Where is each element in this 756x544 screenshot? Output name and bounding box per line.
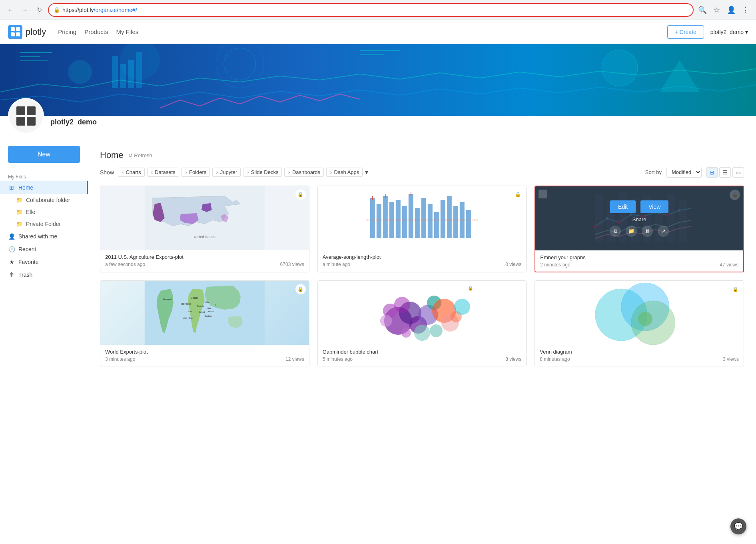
create-button[interactable]: + Create — [667, 25, 704, 39]
svg-rect-21 — [383, 196, 387, 238]
logo-icon — [8, 25, 22, 39]
forward-button[interactable]: → — [19, 4, 30, 16]
remove-jupyter-icon[interactable]: × — [216, 170, 218, 175]
filter-dashboards[interactable]: × Dashboards — [284, 168, 324, 177]
sidebar-collaborate-label: Collaborate folder — [26, 197, 70, 203]
svg-text:Mali Niger: Mali Niger — [183, 317, 193, 319]
card-meta-4: 3 minutes ago 12 views — [105, 356, 304, 362]
sidebar-favorite-label: Favorite — [18, 259, 39, 265]
remove-dashboards-icon[interactable]: × — [288, 170, 290, 175]
remove-slidedecks-icon[interactable]: × — [247, 170, 249, 175]
logo-grid — [9, 25, 22, 38]
back-button[interactable]: ← — [5, 4, 16, 16]
search-icon[interactable]: 🔍 — [697, 4, 708, 16]
svg-text:Iraq: Iraq — [207, 307, 211, 309]
card-thumb-bubble: 🔒 — [318, 281, 527, 345]
card-world-map[interactable]: Spain Morocco Tunisia Italy Iraq Ir Liby… — [100, 280, 309, 366]
avatar-sq-2 — [27, 106, 36, 115]
card-time-2: a minute ago — [323, 262, 350, 267]
lock-icon-4: 🔒 — [295, 284, 306, 294]
nav-myfiles[interactable]: My Files — [116, 28, 138, 35]
sidebar-item-recent[interactable]: 🕐 Recent — [0, 243, 88, 256]
card-info-6: Venn diagram 8 minutes ago 3 views — [535, 345, 744, 366]
edit-button[interactable]: Edit — [610, 200, 636, 213]
view-button[interactable]: View — [640, 200, 668, 213]
svg-text:Morocco: Morocco — [181, 302, 191, 305]
filter-dashapps[interactable]: × Dash Apps — [326, 168, 363, 177]
sidebar-home-label: Home — [18, 184, 33, 191]
delete-icon[interactable]: 🗑 — [642, 226, 653, 237]
bookmark-icon[interactable]: ☆ — [711, 4, 722, 16]
url-text: https://plot.ly/organize/home#/ — [62, 7, 688, 13]
card-bubble[interactable]: 🔒 Gapminder bubble chart 5 minutes ago 8… — [317, 280, 527, 366]
chat-icon: 💬 — [734, 522, 743, 531]
remove-datasets-icon[interactable]: × — [151, 170, 153, 175]
refresh-button[interactable]: ↺ Refresh — [128, 152, 152, 158]
user-menu[interactable]: plotly2_demo ▾ — [710, 29, 748, 35]
filter-slidedecks[interactable]: × Slide Decks — [243, 168, 282, 177]
card-embed-graphs[interactable]: 🔒 Edit View Share ⧉ 📁 🗑 ↗ — [535, 186, 744, 272]
new-button[interactable]: New — [8, 146, 80, 163]
card-venn[interactable]: 🔒 Venn diagram 8 minutes ago 3 views — [535, 280, 744, 366]
logo[interactable]: plotly — [8, 25, 46, 39]
copy-icon[interactable]: ⧉ — [610, 226, 621, 237]
filter-charts[interactable]: × Charts — [118, 168, 145, 177]
svg-rect-19 — [370, 198, 375, 238]
sort-select[interactable]: Modified Created Name — [666, 167, 702, 178]
refresh-button[interactable]: ↻ — [34, 4, 45, 16]
svg-point-89 — [638, 312, 652, 326]
sidebar-item-private[interactable]: 📁 Private Folder — [0, 218, 88, 230]
folder-icon-collaborate: 📁 — [16, 197, 23, 203]
sidebar-item-elle[interactable]: 📁 Elle — [0, 206, 88, 218]
card-info-3: Embed your graphs 2 minutes ago 47 views — [535, 250, 743, 272]
card-us-agriculture[interactable]: United States 🔒 2011 U.S. Agriculture Ex… — [100, 186, 309, 272]
sidebar-item-trash[interactable]: 🗑 Trash — [0, 268, 88, 281]
filter-more-button[interactable]: ▾ — [365, 168, 368, 176]
nav-links: Pricing Products My Files — [58, 28, 138, 35]
compact-view-button[interactable]: ▭ — [732, 167, 744, 178]
sidebar-item-shared[interactable]: 👤 Shared with me — [0, 230, 88, 243]
card-action-icons: ⧉ 📁 🗑 ↗ — [610, 226, 669, 237]
folder-move-icon[interactable]: 📁 — [626, 226, 637, 237]
card-avg-song[interactable]: 🔒 Average-song-length-plot a minute ago … — [317, 186, 527, 272]
list-view-button[interactable]: ☰ — [719, 167, 731, 178]
sidebar-item-collaborate[interactable]: 📁 Collaborate folder — [0, 194, 88, 206]
content-area: Home ↺ Refresh Show × Charts × Datasets … — [88, 142, 756, 544]
sidebar-shared-label: Shared with me — [18, 233, 57, 240]
lock-icon: 🔒 — [54, 7, 60, 13]
card-time-4: 3 minutes ago — [105, 356, 135, 362]
card-views-1: 6703 views — [280, 262, 304, 267]
grid-view-button[interactable]: ⊞ — [706, 167, 718, 178]
sidebar-item-favorite[interactable]: ★ Favorite — [0, 256, 88, 268]
card-time-3: 2 minutes ago — [540, 262, 570, 268]
filter-folders[interactable]: × Folders — [182, 168, 210, 177]
chat-bubble-button[interactable]: 💬 — [730, 518, 746, 534]
navbar-left: plotly Pricing Products My Files — [8, 25, 138, 39]
share-link-icon[interactable]: ↗ — [658, 226, 669, 237]
us-map-svg: United States — [100, 186, 309, 250]
filter-jupyter[interactable]: × Jupyter — [212, 168, 241, 177]
card-meta-5: 5 minutes ago 8 views — [323, 356, 522, 362]
svg-rect-24 — [402, 206, 407, 238]
remove-folders-icon[interactable]: × — [185, 170, 188, 175]
remove-dashapps-icon[interactable]: × — [330, 170, 332, 175]
nav-pricing[interactable]: Pricing — [58, 28, 76, 35]
menu-icon[interactable]: ⋮ — [740, 4, 751, 16]
filter-folders-label: Folders — [189, 169, 206, 175]
account-icon[interactable]: 👤 — [726, 4, 737, 16]
card-title-1: 2011 U.S. Agriculture Exports-plot — [105, 254, 304, 260]
nav-products[interactable]: Products — [84, 28, 108, 35]
filter-charts-label: Charts — [126, 169, 141, 175]
logo-dot-3 — [11, 32, 15, 36]
folder-icon-private: 📁 — [16, 221, 23, 227]
sidebar-item-home[interactable]: ⊞ Home — [0, 181, 88, 194]
address-bar[interactable]: 🔒 https://plot.ly/organize/home#/ — [48, 3, 694, 17]
favorite-icon: ★ — [8, 259, 15, 265]
filter-datasets[interactable]: × Datasets — [147, 168, 179, 177]
remove-charts-icon[interactable]: × — [122, 170, 124, 175]
show-label: Show — [100, 169, 114, 176]
sidebar-recent-label: Recent — [18, 246, 36, 252]
share-button[interactable]: Share — [632, 216, 646, 222]
card-title-5: Gapminder bubble chart — [323, 349, 522, 355]
sidebar: New My Files ⊞ Home 📁 Collaborate folder… — [0, 142, 88, 544]
